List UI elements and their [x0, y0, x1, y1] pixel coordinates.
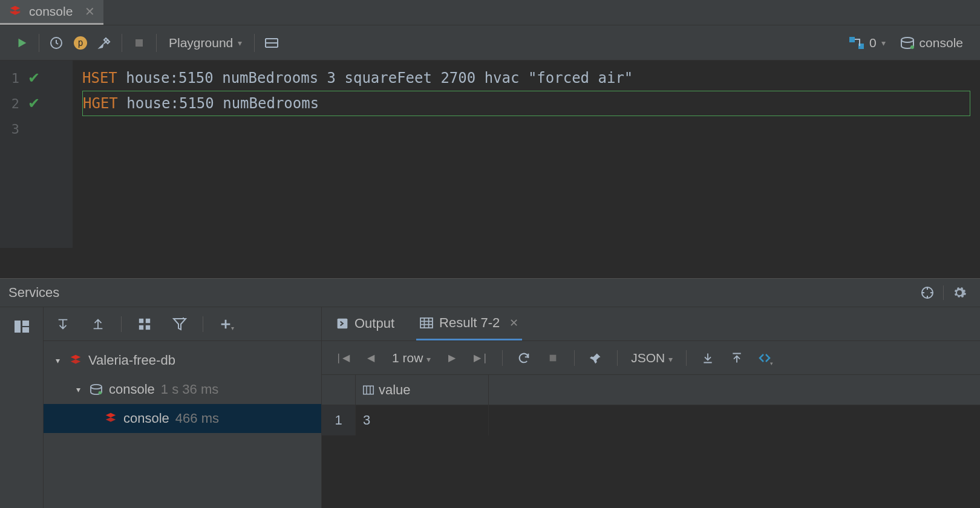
code-line[interactable]: [82, 116, 970, 142]
svg-rect-11: [22, 327, 29, 333]
format-dropdown[interactable]: JSON ▾: [627, 351, 676, 365]
attached-console[interactable]: console: [893, 36, 970, 50]
history-button[interactable]: [44, 31, 68, 55]
tree-body: ▾ Valeria-free-db ▾ console 1 s 36 ms co…: [44, 341, 321, 508]
grid-row[interactable]: 1 3: [322, 405, 980, 435]
tree-leaf-time: 466 ms: [175, 411, 219, 426]
services-side-tools: [0, 307, 44, 508]
gear-icon[interactable]: [947, 281, 972, 305]
grid-column-label: value: [379, 382, 411, 398]
first-page-icon[interactable]: ❘◀: [330, 347, 353, 370]
grid-icon[interactable]: [132, 312, 157, 336]
run-button[interactable]: [10, 31, 34, 55]
import-icon[interactable]: [725, 347, 748, 370]
code-line[interactable]: HSET house:5150 numBedrooms 3 squareFeet…: [82, 65, 970, 91]
editor-tabbar: console ✕: [0, 0, 980, 25]
grid-corner: [322, 375, 356, 405]
result-toolbar: ❘◀ ◀ 1 row ▾ ▶ ▶❘ JSON ▾ ▾: [322, 341, 980, 375]
filter-icon[interactable]: [168, 312, 192, 336]
stop-icon[interactable]: [541, 347, 564, 370]
tree-console-leaf[interactable]: console 466 ms: [44, 404, 321, 433]
table-icon: [420, 318, 433, 328]
divider: [203, 316, 203, 332]
redis-icon: [8, 5, 22, 18]
code-area[interactable]: HSET house:5150 numBedrooms 3 squareFeet…: [73, 60, 980, 248]
layout-icon[interactable]: [10, 314, 34, 339]
close-icon[interactable]: ✕: [509, 316, 518, 330]
row-count-dropdown[interactable]: 1 row ▾: [388, 351, 434, 365]
table-view-button[interactable]: [260, 31, 284, 55]
svg-rect-12: [139, 318, 143, 322]
divider: [617, 350, 618, 366]
chevron-down-icon: ▾: [881, 38, 886, 48]
expand-all-icon[interactable]: [51, 312, 75, 336]
prev-page-icon[interactable]: ◀: [359, 347, 382, 370]
svg-rect-21: [364, 386, 374, 394]
tree-console-node[interactable]: ▾ console 1 s 36 ms: [44, 375, 321, 404]
stop-button[interactable]: [127, 31, 151, 55]
dropdown-label: Playground: [169, 36, 233, 50]
export-icon[interactable]: [696, 347, 719, 370]
gutter: 1✔ 2✔ 3: [0, 60, 73, 248]
reload-icon[interactable]: [512, 347, 535, 370]
tree-node-time: 1 s 36 ms: [161, 382, 218, 397]
tree-toolbar: ▾: [44, 307, 321, 341]
result-grid[interactable]: value 1 3: [322, 375, 980, 508]
attached-console-label: console: [920, 36, 963, 50]
svg-text:p: p: [77, 37, 83, 48]
chevron-down-icon: ▾: [52, 356, 63, 365]
editor-tab-label: console: [29, 4, 73, 19]
services-tree: ▾ ▾ Valeria-free-db ▾ console 1 s 36 ms …: [44, 307, 322, 508]
next-page-icon[interactable]: ▶: [440, 347, 463, 370]
code-editor[interactable]: 1✔ 2✔ 3 HSET house:5150 numBedrooms 3 sq…: [0, 60, 980, 248]
redis-icon: [104, 412, 117, 425]
grid-header-row: value: [322, 375, 980, 405]
panel-gap: [0, 248, 980, 278]
collapse-all-icon[interactable]: [86, 312, 110, 336]
line-number: 1: [8, 71, 19, 86]
editor-toolbar: p Playground ▾ 0 ▾ console: [0, 25, 980, 60]
svg-rect-20: [550, 354, 557, 361]
result-tabs: Output Result 7-2 ✕: [322, 307, 980, 341]
plan-button[interactable]: p: [68, 31, 93, 55]
tree-db-node[interactable]: ▾ Valeria-free-db: [44, 346, 321, 375]
code-line[interactable]: HGET house:5150 numBedrooms: [82, 91, 970, 116]
panel-title: Services: [8, 285, 59, 301]
divider: [121, 316, 122, 332]
grid-cell[interactable]: 3: [356, 405, 489, 435]
close-icon[interactable]: ✕: [85, 4, 95, 19]
grid-column-header[interactable]: value: [356, 375, 489, 405]
line-number: 2: [8, 96, 19, 111]
redis-icon: [69, 354, 82, 367]
compare-icon[interactable]: ▾: [754, 347, 777, 370]
svg-rect-15: [146, 325, 150, 329]
chevron-down-icon: ▾: [426, 354, 431, 364]
execution-target-dropdown[interactable]: Playground ▾: [162, 36, 249, 50]
column-icon: [363, 385, 374, 395]
output-icon: [336, 318, 348, 330]
editor-tab-console[interactable]: console ✕: [0, 0, 103, 25]
tree-node-label: console: [109, 382, 155, 397]
settings-button[interactable]: [93, 31, 117, 55]
chevron-down-icon: ▾: [668, 354, 673, 364]
pin-icon[interactable]: [584, 347, 607, 370]
svg-rect-19: [420, 318, 433, 327]
svg-rect-10: [22, 321, 29, 326]
line-number: 3: [8, 122, 19, 137]
services-panel: ▾ ▾ Valeria-free-db ▾ console 1 s 36 ms …: [0, 307, 980, 508]
connections-dropdown[interactable]: 0 ▾: [841, 36, 893, 50]
svg-point-17: [99, 391, 102, 394]
tree-db-label: Valeria-free-db: [88, 353, 175, 368]
chevron-down-icon: ▾: [238, 38, 242, 48]
tab-output-label: Output: [354, 316, 394, 331]
svg-rect-14: [139, 325, 143, 329]
chevron-down-icon: ▾: [73, 385, 83, 394]
connections-count: 0: [869, 36, 877, 50]
tab-result-label: Result 7-2: [439, 315, 500, 331]
target-icon[interactable]: [915, 281, 939, 305]
tab-output[interactable]: Output: [333, 311, 398, 340]
divider: [502, 350, 503, 366]
last-page-icon[interactable]: ▶❘: [469, 347, 492, 370]
tab-result[interactable]: Result 7-2 ✕: [416, 311, 522, 340]
add-icon[interactable]: ▾: [214, 312, 238, 336]
